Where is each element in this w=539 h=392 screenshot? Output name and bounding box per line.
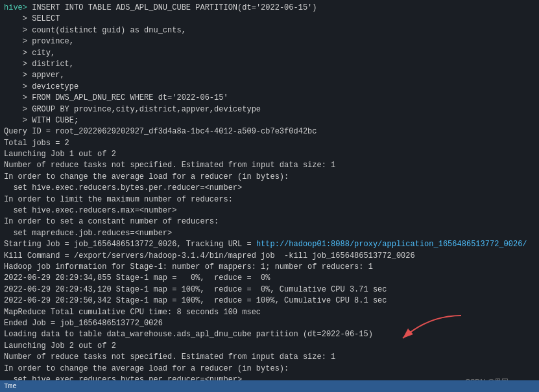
terminal-line: In order to change the average load for … [4,172,535,183]
terminal-line: 2022-06-29 20:29:34,855 Stage-1 map = 0%… [4,273,535,284]
terminal-line: Launching Job 1 out of 2 [4,149,535,160]
terminal-line: In order to change the average load for … [4,363,535,375]
terminal-line: > devicetype [4,82,535,93]
terminal-line: Kill Command = /export/servers/hadoop-3.… [4,251,535,262]
terminal-line: Query ID = root_20220629202927_df3d4a8a-… [4,126,535,137]
terminal-line: Number of reduce tasks not specified. Es… [4,352,535,363]
terminal-line: hive> INSERT INTO TABLE ADS_APL_DNU_CUBE… [4,3,535,14]
terminal-line: set hive.exec.reducers.bytes.per.reducer… [4,183,535,194]
terminal-line: > GROUP BY province,city,district,appver… [4,104,535,115]
terminal-line: > SELECT [4,14,535,25]
terminal-window: hive> INSERT INTO TABLE ADS_APL_DNU_CUBE… [0,0,539,392]
terminal-line: > city, [4,48,535,59]
terminal-line: 2022-06-29 20:29:50,342 Stage-1 map = 10… [4,295,535,306]
terminal-line: > WITH CUBE; [4,115,535,126]
terminal-line: set mapreduce.job.reduces=<number> [4,228,535,239]
terminal-line: > district, [4,59,535,70]
terminal-line: set hive.exec.reducers.max=<number> [4,205,535,216]
terminal-line: > FROM DWS_APL_DNU_REC WHERE dt='2022-06… [4,93,535,104]
bottom-bar: Tme [0,380,539,392]
annotation-arrow [390,309,468,348]
terminal-line: > appver, [4,70,535,81]
terminal-line: In order to set a constant number of red… [4,216,535,227]
bottom-bar-text: Tme [4,382,17,390]
terminal-line: Starting Job = job_1656486513772_0026, T… [4,239,535,250]
terminal-line: Total jobs = 2 [4,138,535,149]
terminal-line: In order to limit the maximum number of … [4,194,535,205]
terminal-line: > count(distinct guid) as dnu_cnts, [4,25,535,36]
terminal-line: Hadoop job information for Stage-1: numb… [4,262,535,273]
terminal-line: 2022-06-29 20:29:43,120 Stage-1 map = 10… [4,284,535,295]
terminal-line: > province, [4,36,535,47]
terminal-line: Number of reduce tasks not specified. Es… [4,160,535,171]
